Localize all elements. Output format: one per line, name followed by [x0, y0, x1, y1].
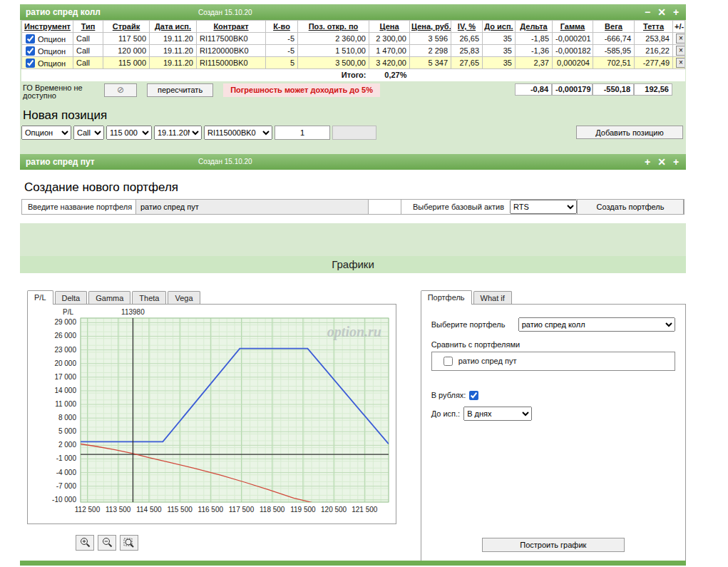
charts-section-title: Графики [20, 256, 686, 273]
close-panel-button[interactable]: ✕ [655, 156, 669, 168]
col-days[interactable]: До исп. [483, 21, 516, 33]
cell-days: 35 [483, 57, 516, 69]
rubles-checkbox[interactable] [469, 391, 478, 400]
close-panel-button[interactable]: ✕ [655, 6, 669, 18]
instrument-select[interactable]: Опцион [21, 126, 71, 140]
tab-pl[interactable]: P/L [27, 290, 53, 305]
col-type[interactable]: Тип [73, 21, 103, 33]
greeks-totals: -0,84 -0,000179 -550,18 192,56 [515, 83, 672, 96]
new-portfolio-title: Создание нового портфеля [24, 180, 685, 195]
exp-date-select[interactable]: 19.11.20M [154, 126, 202, 140]
days-select[interactable]: В днях [463, 407, 532, 421]
cell-contract: RI115000BK0 [197, 57, 266, 69]
expand-panel-button[interactable]: + [640, 156, 655, 168]
col-vega[interactable]: Вега [593, 21, 635, 33]
cell-days: 35 [483, 45, 516, 57]
bottom-bar [20, 561, 686, 566]
new-portfolio-row: Введите название портфеля Выберите базов… [21, 199, 685, 215]
svg-text:17 000: 17 000 [54, 372, 76, 380]
compare-checkbox[interactable] [444, 357, 453, 366]
col-price-rub[interactable]: Цена, руб. [410, 21, 451, 33]
svg-text:8 000: 8 000 [58, 414, 76, 422]
col-delta[interactable]: Дельта [516, 21, 553, 33]
svg-text:20 000: 20 000 [54, 359, 76, 367]
col-theta[interactable]: Тетта [635, 21, 673, 33]
col-iv[interactable]: IV, % [451, 21, 483, 33]
tab-theta[interactable]: Theta [132, 291, 166, 304]
row-checkbox[interactable] [26, 46, 35, 56]
option-type-select[interactable]: Call [73, 126, 104, 140]
tab-portfolio[interactable]: Портфель [421, 290, 472, 305]
cell-theta: 253,84 [635, 33, 673, 45]
cell-contract: RI120000BK0 [197, 45, 266, 57]
days-label: До исп.: [431, 409, 460, 418]
minimize-panel-button[interactable]: − [640, 6, 655, 18]
row-checkbox[interactable] [26, 58, 35, 68]
cell-qty: -5 [266, 33, 298, 45]
go-refresh-button[interactable]: ⊘ [104, 83, 137, 97]
col-price[interactable]: Цена [369, 21, 410, 33]
tab-delta[interactable]: Delta [55, 291, 88, 304]
chart-tabs: P/L Delta Gamma Theta Vega [27, 290, 405, 304]
panel-call-title: ратио спред колл [26, 7, 198, 17]
panel-ratio-spread-call: ратио спред колл Создан 15.10.20 − ✕ + И… [20, 4, 686, 140]
col-contract[interactable]: Контракт [197, 21, 266, 33]
svg-text:115 500: 115 500 [167, 506, 193, 514]
row-checkbox[interactable] [26, 34, 35, 44]
svg-text:-4 000: -4 000 [56, 468, 77, 476]
svg-text:112 500: 112 500 [75, 506, 101, 514]
base-asset-select[interactable]: RTS [510, 200, 577, 214]
zoom-out-button[interactable] [98, 535, 116, 551]
row-instrument-label: Опцион [38, 59, 66, 68]
chart-column: P/L Delta Gamma Theta Vega 112 500113 50… [27, 290, 405, 564]
compare-portfolio-item: ратио спред пут [431, 352, 675, 371]
total-gamma: -0,000179 [552, 83, 593, 96]
portfolio-name-input[interactable] [136, 200, 369, 214]
create-portfolio-button[interactable]: Создать портфель [577, 200, 684, 214]
pl-chart: 112 500113 500114 500115 500116 500117 5… [27, 304, 396, 524]
col-exp-date[interactable]: Дата исп. [150, 21, 197, 33]
tab-vega[interactable]: Vega [168, 291, 200, 304]
svg-text:option.ru: option.ru [327, 324, 381, 340]
svg-text:23 000: 23 000 [54, 345, 76, 353]
strike-select[interactable]: 115 000 [106, 126, 152, 140]
tab-gamma[interactable]: Gamma [88, 291, 130, 304]
cell-open-at: 2 360,00 [298, 33, 369, 45]
accuracy-warning: Погрешность может доходить до 5% [223, 83, 380, 97]
contract-select[interactable]: RI115000BK0 [204, 126, 272, 140]
cell-instrument: Опцион [22, 45, 73, 57]
zoom-in-button[interactable] [76, 535, 94, 551]
add-panel-button[interactable]: + [669, 6, 683, 18]
col-gamma[interactable]: Гамма [553, 21, 593, 33]
add-panel-button[interactable]: + [669, 156, 683, 168]
compare-label: Сравнить с портфелями [431, 340, 675, 349]
tab-what-if[interactable]: What if [473, 291, 512, 304]
total-vega: -550,18 [593, 83, 634, 96]
quantity-input[interactable] [275, 126, 330, 140]
delete-row-button[interactable]: × [676, 58, 685, 68]
cell-instrument: Опцион [22, 33, 73, 45]
zoom-in-icon [80, 537, 91, 548]
build-chart-button[interactable]: Построить график [482, 538, 625, 552]
col-open-at[interactable]: Поз. откр. по [298, 21, 369, 33]
spacer [369, 200, 401, 214]
col-strike[interactable]: Страйк [103, 21, 150, 33]
delete-row-button[interactable]: × [676, 34, 685, 44]
col-qty[interactable]: К-во [266, 21, 298, 33]
recalculate-button[interactable]: пересчитать [147, 83, 213, 97]
delete-row-button[interactable]: × [676, 46, 685, 56]
cell-delete: × [673, 57, 685, 69]
cell-vega: -666,74 [593, 33, 635, 45]
base-asset-label: Выберите базовый актив [401, 200, 510, 214]
zoom-region-button[interactable] [120, 535, 138, 551]
zoom-out-icon [102, 537, 113, 548]
total-spacer [22, 69, 298, 81]
cell-gamma: -0,000201 [553, 33, 593, 45]
col-instrument[interactable]: Инструмент [22, 21, 73, 33]
cell-delta: -1,85 [516, 33, 553, 45]
svg-text:121 500: 121 500 [352, 506, 378, 514]
cell-exp-date: 19.11.20 [150, 45, 197, 57]
positions-table: Инструмент Тип Страйк Дата исп. Контракт… [21, 20, 685, 81]
add-position-button[interactable]: Добавить позицию [576, 126, 683, 139]
portfolio-select[interactable]: ратио спред колл [518, 317, 675, 332]
